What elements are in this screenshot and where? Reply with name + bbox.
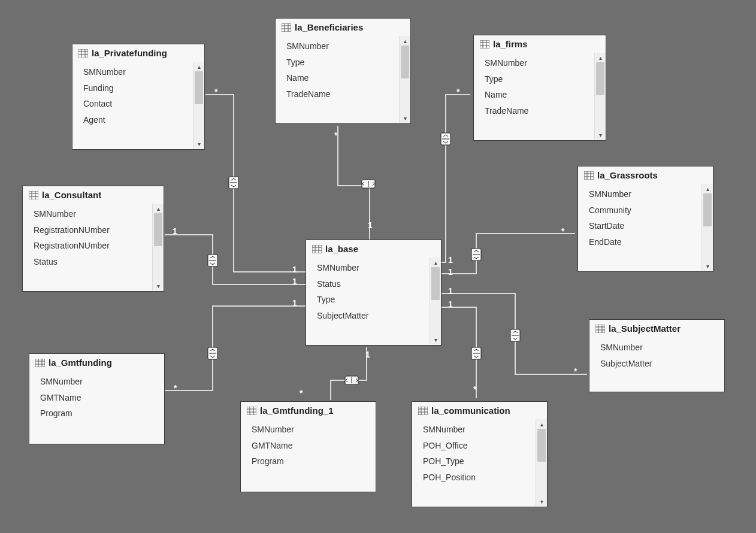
field[interactable]: POH_Position — [423, 470, 533, 486]
svg-rect-6 — [208, 255, 217, 266]
table-title: la_Gmtfunding_1 — [260, 405, 334, 416]
svg-rect-8 — [471, 249, 481, 261]
field-list: SMNumber Status Type SubjectMatter — [306, 258, 430, 344]
svg-rect-38 — [312, 245, 322, 253]
field[interactable]: SMNumber — [40, 374, 162, 390]
field[interactable]: SMNumber — [286, 38, 397, 54]
diagram-canvas[interactable]: * 1 * 1 * 1 1 1 * 1 * 1 1 * * 1 * 1 la_P… — [0, 0, 756, 533]
cardinality-one: 1 — [448, 267, 453, 277]
scroll-up-icon[interactable]: ▴ — [536, 419, 547, 429]
field[interactable]: Type — [485, 71, 592, 87]
table-consultant[interactable]: la_Consultant SMNumber RegistrationNUmbe… — [22, 186, 164, 292]
svg-rect-43 — [584, 171, 594, 180]
scroll-down-icon[interactable]: ▾ — [536, 496, 547, 506]
svg-rect-28 — [480, 40, 489, 49]
field[interactable]: Community — [589, 202, 699, 219]
field[interactable]: SubjectMatter — [317, 308, 427, 324]
field-list: SMNumber POH_Office POH_Type POH_Positio… — [412, 419, 536, 506]
table-base[interactable]: la_base SMNumber Status Type SubjectMatt… — [306, 240, 441, 346]
svg-rect-18 — [78, 49, 88, 57]
scroll-down-icon[interactable]: ▾ — [430, 335, 441, 344]
field[interactable]: SMNumber — [317, 260, 427, 276]
field[interactable]: Status — [34, 254, 150, 270]
scrollbar[interactable]: ▴ ▾ — [430, 258, 441, 344]
cardinality-one: 1 — [292, 298, 297, 308]
field[interactable]: Type — [317, 292, 427, 308]
field[interactable]: Funding — [83, 80, 190, 96]
scrollbar[interactable]: ▴ ▾ — [594, 53, 606, 140]
field[interactable]: RegistrationNUmber — [34, 238, 150, 254]
scroll-down-icon[interactable]: ▾ — [193, 139, 204, 149]
field[interactable]: POH_Office — [423, 438, 533, 454]
field[interactable]: Program — [40, 405, 162, 422]
table-icon — [247, 407, 256, 415]
table-icon — [584, 171, 594, 180]
field[interactable]: Type — [286, 54, 397, 71]
field[interactable]: SMNumber — [485, 55, 592, 71]
field[interactable]: Name — [286, 70, 397, 86]
field-list: SMNumber GMTName Program — [29, 371, 164, 443]
field[interactable]: Contact — [83, 96, 190, 112]
table-beneficiaries[interactable]: la_Beneficiaries SMNumber Type Name Trad… — [275, 18, 411, 124]
table-title: la_base — [325, 244, 358, 254]
field[interactable]: GMTName — [252, 438, 373, 454]
scroll-up-icon[interactable]: ▴ — [595, 53, 606, 62]
scrollbar[interactable]: ▴ ▾ — [536, 419, 547, 506]
table-communication[interactable]: la_communication SMNumber POH_Office POH… — [412, 401, 548, 507]
svg-rect-23 — [282, 23, 291, 32]
field[interactable]: Program — [252, 453, 373, 470]
field[interactable]: SubjectMatter — [600, 356, 722, 372]
field-list: SMNumber Type Name TradeName — [276, 36, 399, 123]
field[interactable]: Name — [485, 87, 592, 103]
scrollbar[interactable]: ▴ ▾ — [152, 204, 164, 290]
table-firms[interactable]: la_firms SMNumber Type Name TradeName ▴ … — [473, 35, 606, 141]
field-list: SMNumber RegistrationNUmber Registration… — [23, 204, 152, 290]
cardinality-many: * — [300, 388, 303, 398]
field[interactable]: Agent — [83, 112, 190, 128]
field[interactable]: SMNumber — [83, 64, 190, 80]
scroll-up-icon[interactable]: ▴ — [430, 258, 441, 267]
scrollbar[interactable]: ▴ ▾ — [701, 184, 713, 271]
cardinality-many: * — [334, 131, 337, 140]
scroll-down-icon[interactable]: ▾ — [702, 261, 713, 271]
table-gmtfunding[interactable]: la_Gmtfunding SMNumber GMTName Program — [29, 353, 165, 444]
svg-rect-0 — [229, 177, 238, 189]
svg-rect-33 — [29, 191, 38, 199]
field[interactable]: SMNumber — [34, 206, 150, 222]
table-title: la_Beneficiaries — [295, 22, 363, 32]
svg-rect-12 — [345, 376, 358, 384]
field[interactable]: Status — [317, 276, 427, 292]
field[interactable]: EndDate — [589, 234, 699, 250]
field[interactable]: POH_Type — [423, 453, 533, 470]
svg-rect-53 — [247, 407, 256, 415]
field[interactable]: StartDate — [589, 218, 699, 234]
scroll-down-icon[interactable]: ▾ — [400, 113, 410, 123]
table-title: la_Privatefunding — [92, 48, 167, 58]
field-list: SMNumber Community StartDate EndDate — [578, 184, 701, 271]
svg-rect-16 — [510, 329, 520, 341]
field[interactable]: TradeName — [286, 86, 397, 102]
field[interactable]: SMNumber — [423, 422, 533, 438]
table-privatefunding[interactable]: la_Privatefunding SMNumber Funding Conta… — [72, 44, 205, 150]
scroll-up-icon[interactable]: ▴ — [153, 204, 164, 213]
field[interactable]: SMNumber — [252, 422, 373, 438]
field[interactable]: GMTName — [40, 390, 162, 406]
table-gmtfunding1[interactable]: la_Gmtfunding_1 SMNumber GMTName Program — [240, 401, 376, 492]
scroll-up-icon[interactable]: ▴ — [702, 184, 713, 193]
scroll-down-icon[interactable]: ▾ — [595, 130, 606, 140]
cardinality-one: 1 — [448, 299, 453, 309]
scroll-up-icon[interactable]: ▴ — [193, 62, 204, 71]
field[interactable]: RegistrationNUmber — [34, 222, 150, 238]
field[interactable]: SMNumber — [600, 340, 722, 356]
scroll-down-icon[interactable]: ▾ — [153, 281, 164, 290]
table-subjectmatter[interactable]: la_SubjectMatter SMNumber SubjectMatter — [589, 319, 725, 392]
svg-rect-58 — [418, 407, 428, 415]
scrollbar[interactable]: ▴ ▾ — [399, 36, 410, 123]
field[interactable]: SMNumber — [589, 186, 699, 202]
scroll-up-icon[interactable]: ▴ — [400, 36, 410, 46]
table-title: la_SubjectMatter — [609, 323, 681, 334]
field[interactable]: TradeName — [485, 103, 592, 119]
table-grassroots[interactable]: la_Grassroots SMNumber Community StartDa… — [577, 166, 713, 272]
cardinality-one: 1 — [365, 350, 370, 359]
scrollbar[interactable]: ▴ ▾ — [193, 62, 204, 149]
